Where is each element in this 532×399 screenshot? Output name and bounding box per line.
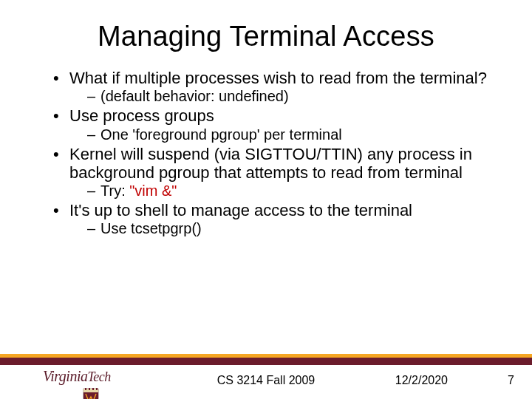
svg-rect-4	[96, 388, 98, 390]
bullet-item: It's up to shell to manage access to the…	[53, 201, 497, 237]
footer-divider	[0, 354, 532, 365]
stripe-maroon	[0, 358, 532, 365]
svg-rect-3	[92, 388, 94, 390]
slide: Managing Terminal Access What if multipl…	[0, 0, 532, 399]
sub-bullet-list: (default behavior: undefined)	[69, 88, 497, 105]
bullet-text: Use process groups	[69, 106, 214, 125]
svg-rect-2	[89, 388, 90, 390]
bullet-item: What if multiple processes wish to read …	[53, 69, 497, 105]
footer: VirginiaTech CS 3214 Fall 2009 12/2/2020…	[0, 365, 532, 399]
logo-word-a: Virginia	[43, 368, 87, 384]
bullet-text: What if multiple processes wish to read …	[69, 69, 487, 87]
slide-title: Managing Terminal Access	[35, 21, 497, 52]
bullet-list: What if multiple processes wish to read …	[35, 69, 497, 237]
footer-page-number: 7	[508, 374, 514, 387]
sub-bullet-list: One 'foreground pgroup' per terminal	[69, 126, 497, 143]
sub-bullet-item: (default behavior: undefined)	[87, 88, 497, 105]
bullet-text: It's up to shell to manage access to the…	[69, 201, 412, 219]
bullet-item: Kernel will suspend (via SIGTTOU/TTIN) a…	[53, 145, 497, 200]
slide-content: What if multiple processes wish to read …	[35, 69, 497, 237]
sub-bullet-text: One 'foreground pgroup' per terminal	[100, 126, 342, 143]
sub-bullet-item: Try: "vim &"	[87, 183, 497, 200]
sub-bullet-item: One 'foreground pgroup' per terminal	[87, 126, 497, 143]
sub-bullet-item: Use tcsetpgrp()	[87, 220, 497, 237]
logo-word-b: Tech	[87, 369, 110, 384]
shield-icon	[83, 388, 99, 399]
svg-rect-1	[85, 388, 86, 390]
vt-logo: VirginiaTech	[43, 369, 111, 399]
bullet-item: Use process groups One 'foreground pgrou…	[53, 106, 497, 143]
sub-bullet-text: (default behavior: undefined)	[100, 88, 289, 104]
command-text: "vim &"	[129, 183, 177, 199]
sub-bullet-list: Try: "vim &"	[69, 183, 497, 200]
sub-bullet-prefix: Try:	[100, 183, 129, 199]
sub-bullet-list: Use tcsetpgrp()	[69, 220, 497, 237]
footer-date: 12/2/2020	[395, 374, 448, 387]
sub-bullet-text: Use tcsetpgrp()	[100, 220, 202, 236]
logo-text: VirginiaTech	[43, 369, 111, 384]
bullet-text: Kernel will suspend (via SIGTTOU/TTIN) a…	[69, 145, 472, 182]
